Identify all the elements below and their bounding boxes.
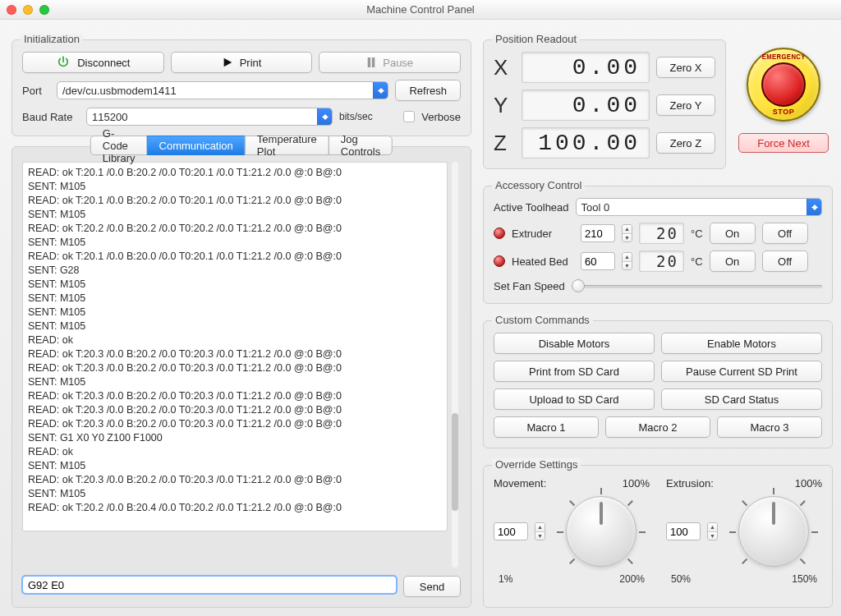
movement-stepper[interactable]: ▲▼	[535, 522, 545, 540]
emergency-stop-button[interactable]: EMERGENCY STOP	[747, 48, 820, 122]
disable-motors-button[interactable]: Disable Motors	[494, 333, 655, 354]
upload-sd-button[interactable]: Upload to SD Card	[494, 388, 655, 410]
pause-sd-print-button[interactable]: Pause Current SD Print	[661, 361, 822, 382]
accessory-control-group: Accessory Control Active Toolhead Tool 0…	[483, 186, 833, 304]
dropdown-indicator-icon	[373, 82, 388, 99]
emergency-stop-top-label: EMERGENCY	[761, 53, 805, 61]
pause-button[interactable]: Pause	[319, 52, 461, 73]
override-settings-legend: Override Settings	[492, 458, 581, 471]
movement-pct: 100%	[623, 477, 650, 490]
baud-rate-select[interactable]: 115200	[86, 108, 333, 126]
bed-led-icon	[494, 255, 505, 267]
console-log[interactable]: READ: ok T:20.1 /0.0 B:20.2 /0.0 T0:20.1…	[22, 162, 448, 531]
extrusion-label: Extrusion:	[666, 477, 714, 490]
extruder-off-button[interactable]: Off	[762, 223, 808, 244]
extruder-setpoint-input[interactable]	[581, 224, 615, 242]
extrusion-stepper[interactable]: ▲▼	[707, 522, 718, 540]
tab-gcode-library[interactable]: G-Code Library	[90, 136, 148, 155]
bed-on-button[interactable]: On	[710, 251, 756, 272]
bed-temp-readout: 20	[639, 251, 684, 272]
bed-stepper[interactable]: ▲▼	[622, 252, 632, 270]
svg-rect-1	[372, 57, 375, 67]
axis-z-value: 100.00	[522, 127, 650, 159]
position-readout-group: Position Readout X 0.00 Zero X Y 0.00 Ze…	[483, 39, 726, 169]
port-label: Port	[22, 85, 50, 97]
movement-label: Movement:	[494, 477, 546, 490]
macro-2-button[interactable]: Macro 2	[605, 416, 710, 438]
extruder-led-icon	[494, 228, 505, 239]
force-next-button[interactable]: Force Next	[738, 133, 829, 153]
extrusion-pct: 100%	[795, 477, 822, 490]
dropdown-indicator-icon	[807, 199, 821, 215]
dropdown-indicator-icon	[317, 108, 332, 125]
heated-bed-label: Heated Bed	[512, 255, 574, 268]
baud-rate-value: 115200	[92, 111, 127, 123]
emergency-stop-icon	[761, 62, 806, 107]
zero-x-button[interactable]: Zero X	[656, 57, 715, 78]
zero-z-button[interactable]: Zero Z	[656, 132, 715, 154]
disconnect-button[interactable]: Disconnect	[22, 52, 164, 73]
bed-setpoint-input[interactable]	[581, 252, 615, 270]
movement-max-label: 200%	[619, 573, 645, 585]
verbose-checkbox[interactable]	[403, 111, 415, 122]
port-value: /dev/cu.usbmodem1411	[62, 85, 177, 97]
print-button[interactable]: Print	[171, 52, 313, 73]
extruder-stepper[interactable]: ▲▼	[622, 224, 632, 242]
tab-communication[interactable]: Communication	[147, 136, 246, 155]
pause-icon	[366, 57, 376, 68]
sd-status-button[interactable]: SD Card Status	[661, 388, 822, 410]
initialization-group: Initialization Disconnect Print	[11, 39, 471, 136]
active-toolhead-select[interactable]: Tool 0	[576, 198, 822, 216]
extrusion-value-input[interactable]	[666, 522, 701, 540]
axis-x-label: X	[494, 55, 515, 80]
console-scrollbar[interactable]	[449, 162, 461, 568]
disconnect-label: Disconnect	[77, 57, 130, 69]
macro-1-button[interactable]: Macro 1	[494, 416, 599, 438]
extrusion-max-label: 150%	[792, 573, 817, 585]
port-select[interactable]: /dev/cu.usbmodem1411	[57, 81, 388, 99]
axis-y-value: 0.00	[522, 90, 650, 121]
command-input[interactable]	[22, 576, 397, 594]
svg-rect-0	[368, 57, 370, 67]
emergency-stop-bottom-label: STOP	[773, 108, 794, 116]
baud-rate-unit: bits/sec	[339, 111, 373, 122]
power-icon	[56, 55, 71, 70]
tab-jog-controls[interactable]: Jog Controls	[329, 136, 393, 155]
axis-y-label: Y	[494, 93, 515, 118]
active-toolhead-label: Active Toolhead	[494, 201, 569, 214]
active-toolhead-value: Tool 0	[581, 201, 610, 214]
send-button[interactable]: Send	[403, 576, 461, 597]
baud-rate-label: Baud Rate	[22, 111, 80, 123]
fan-speed-slider[interactable]	[572, 278, 822, 293]
tab-temperature-plot[interactable]: Temperature Plot	[245, 136, 329, 155]
macro-3-button[interactable]: Macro 3	[717, 416, 822, 438]
axis-z-label: Z	[494, 131, 515, 156]
extruder-on-button[interactable]: On	[710, 223, 756, 244]
movement-dial[interactable]	[566, 496, 636, 567]
movement-min-label: 1%	[499, 573, 512, 585]
accessory-control-legend: Accessory Control	[492, 179, 585, 191]
refresh-button[interactable]: Refresh	[395, 80, 461, 101]
fan-speed-label: Set Fan Speed	[494, 280, 565, 292]
extrusion-min-label: 50%	[671, 573, 691, 585]
zero-y-button[interactable]: Zero Y	[656, 94, 715, 116]
pause-label: Pause	[383, 57, 413, 69]
override-settings-group: Override Settings Movement: 100% ▲▼	[483, 465, 833, 608]
custom-commands-group: Custom Commands Disable Motors Enable Mo…	[483, 320, 833, 448]
print-from-sd-button[interactable]: Print from SD Card	[494, 361, 655, 382]
enable-motors-button[interactable]: Enable Motors	[661, 333, 822, 354]
verbose-label: Verbose	[421, 111, 461, 123]
extruder-temp-readout: 20	[639, 223, 684, 244]
movement-value-input[interactable]	[494, 522, 528, 540]
axis-x-value: 0.00	[522, 52, 650, 83]
window-title: Machine Control Panel	[0, 3, 841, 16]
degc-label: °C	[691, 255, 703, 268]
play-icon	[222, 57, 233, 68]
bed-off-button[interactable]: Off	[762, 251, 808, 272]
initialization-legend: Initialization	[21, 33, 83, 45]
tabs-frame: G-Code Library Communication Temperature…	[11, 146, 471, 608]
position-readout-legend: Position Readout	[492, 33, 580, 45]
print-label: Print	[240, 57, 262, 69]
degc-label: °C	[691, 228, 703, 240]
extrusion-dial[interactable]	[738, 496, 809, 567]
